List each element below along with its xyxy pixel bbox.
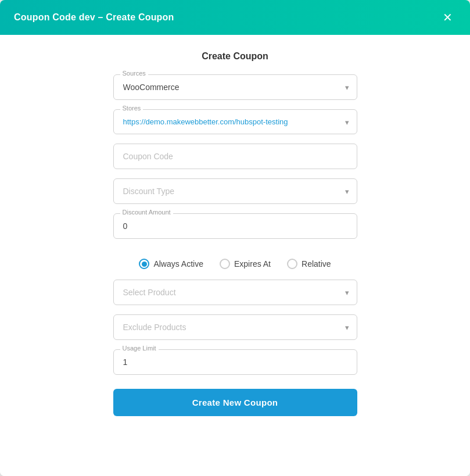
create-coupon-button[interactable]: Create New Coupon xyxy=(113,389,357,416)
close-button[interactable]: ✕ xyxy=(439,10,456,24)
exclude-products-field: Exclude Products ▾ xyxy=(113,314,357,340)
stores-select-wrapper: https://demo.makewebbetter.com/hubspot-t… xyxy=(113,109,357,134)
relative-radio[interactable]: Relative xyxy=(287,259,331,269)
discount-amount-input[interactable] xyxy=(113,213,357,239)
discount-amount-label: Discount Amount xyxy=(120,209,173,216)
relative-label: Relative xyxy=(302,259,331,269)
coupon-code-field xyxy=(113,144,357,169)
modal-body: Create Coupon Sources WooCommerce ▾ Stor… xyxy=(0,35,470,476)
modal-title: Coupon Code dev – Create Coupon xyxy=(14,12,174,23)
stores-select[interactable]: https://demo.makewebbetter.com/hubspot-t… xyxy=(113,109,357,134)
sources-select-wrapper: WooCommerce ▾ xyxy=(113,74,357,100)
discount-amount-field: Discount Amount xyxy=(113,213,357,239)
select-product-field: Select Product ▾ xyxy=(113,280,357,305)
expires-at-radio-circle xyxy=(220,259,230,269)
exclude-products-select[interactable]: Exclude Products xyxy=(113,314,357,340)
form-title: Create Coupon xyxy=(113,51,357,62)
coupon-code-input[interactable] xyxy=(113,144,357,169)
modal-header: Coupon Code dev – Create Coupon ✕ xyxy=(0,0,470,35)
usage-limit-field: Usage Limit xyxy=(113,349,357,375)
always-active-radio-circle xyxy=(139,259,149,269)
discount-type-select[interactable]: Discount Type xyxy=(113,178,357,204)
select-product-wrapper: Select Product ▾ xyxy=(113,280,357,305)
discount-type-field: Discount Type ▾ xyxy=(113,178,357,204)
sources-label: Sources xyxy=(120,70,148,77)
form-content: Create Coupon Sources WooCommerce ▾ Stor… xyxy=(113,35,357,443)
usage-limit-input[interactable] xyxy=(113,349,357,375)
stores-field: Stores https://demo.makewebbetter.com/hu… xyxy=(113,109,357,134)
discount-type-select-wrapper: Discount Type ▾ xyxy=(113,178,357,204)
select-product-select[interactable]: Select Product xyxy=(113,280,357,305)
expires-at-radio[interactable]: Expires At xyxy=(220,259,271,269)
active-type-radio-group: Always Active Expires At Relative xyxy=(113,248,357,280)
always-active-radio[interactable]: Always Active xyxy=(139,259,203,269)
create-btn-wrapper: Create New Coupon xyxy=(113,384,357,416)
sources-field: Sources WooCommerce ▾ xyxy=(113,74,357,100)
always-active-label: Always Active xyxy=(153,259,203,269)
modal-container: Coupon Code dev – Create Coupon ✕ Create… xyxy=(0,0,470,476)
relative-radio-circle xyxy=(287,259,297,269)
stores-label: Stores xyxy=(120,105,143,112)
exclude-products-wrapper: Exclude Products ▾ xyxy=(113,314,357,340)
sources-select[interactable]: WooCommerce xyxy=(113,74,357,100)
expires-at-label: Expires At xyxy=(234,259,271,269)
usage-limit-label: Usage Limit xyxy=(120,345,159,352)
